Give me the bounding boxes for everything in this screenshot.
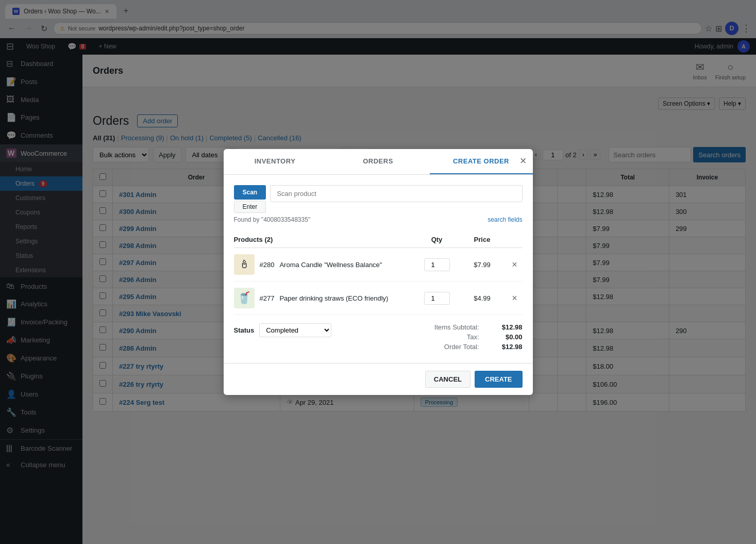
tab-orders[interactable]: ORDERS: [327, 149, 430, 174]
scan-buttons: Scan Enter: [234, 185, 266, 213]
status-label: Status: [234, 326, 255, 334]
product-thumbnail-2: 🥤: [234, 288, 255, 308]
scan-row: Scan Enter: [234, 185, 523, 213]
products-header-row: Products (2) Qty Price: [234, 232, 523, 248]
product-name-2: #277: [260, 294, 275, 302]
found-by-text: Found by "4008033548335": [234, 216, 311, 223]
modal-header: INVENTORY ORDERS CREATE ORDER ×: [224, 149, 533, 175]
product-row-2: 🥤 #277 Paper drinking straws (ECO friend…: [234, 282, 523, 315]
product-qty-cell-1: [416, 258, 458, 271]
product-qty-input-2[interactable]: [424, 292, 450, 305]
modal: INVENTORY ORDERS CREATE ORDER × Scan Ent…: [224, 149, 533, 395]
product-name-1: #280: [260, 261, 275, 269]
create-button[interactable]: CREATE: [475, 371, 522, 388]
subtotal-row: Items Subtotal: $12.98: [417, 323, 523, 331]
col-remove-header: [507, 236, 523, 243]
col-price-header: Price: [462, 236, 503, 243]
cancel-button[interactable]: CANCEL: [425, 371, 471, 388]
scan-product-input[interactable]: [270, 185, 522, 202]
status-section: Status Completed Pending payment Process…: [234, 323, 332, 337]
search-fields-link[interactable]: search fields: [488, 216, 522, 223]
modal-close-button[interactable]: ×: [520, 155, 527, 167]
remove-product-1-button[interactable]: ×: [507, 259, 523, 270]
product-qty-input-1[interactable]: [424, 258, 450, 271]
remove-product-2-button[interactable]: ×: [507, 293, 523, 304]
subtotal-value: $12.98: [492, 323, 523, 331]
modal-footer: CANCEL CREATE: [224, 363, 533, 395]
product-info-1: 🕯 #280 Aroma Candle "Wellness Balance": [234, 254, 412, 275]
scan-meta: Found by "4008033548335" search fields: [234, 216, 523, 223]
product-thumbnail-1: 🕯: [234, 254, 255, 275]
product-info-2: 🥤 #277 Paper drinking straws (ECO friend…: [234, 288, 412, 308]
subtotal-label: Items Subtotal:: [417, 323, 479, 331]
product-title-1: Aroma Candle "Wellness Balance": [279, 261, 382, 269]
modal-overlay: INVENTORY ORDERS CREATE ORDER × Scan Ent…: [0, 0, 756, 544]
order-total-value: $12.98: [492, 343, 523, 351]
tab-create-order[interactable]: CREATE ORDER: [430, 149, 533, 174]
tax-label: Tax:: [417, 333, 479, 341]
order-total-row: Order Total: $12.98: [417, 343, 523, 351]
tab-inventory[interactable]: INVENTORY: [224, 149, 327, 174]
col-product-header: Products (2): [234, 236, 412, 243]
totals-section: Items Subtotal: $12.98 Tax: $0.00 Order …: [417, 323, 523, 353]
product-price-1: $7.99: [462, 261, 503, 269]
status-dropdown[interactable]: Completed Pending payment Processing On …: [259, 323, 331, 337]
scan-button[interactable]: Scan: [234, 185, 266, 200]
product-row-1: 🕯 #280 Aroma Candle "Wellness Balance" $…: [234, 248, 523, 282]
tax-row: Tax: $0.00: [417, 333, 523, 341]
col-qty-header: Qty: [416, 236, 458, 243]
order-total-label: Order Total:: [417, 343, 479, 351]
status-totals-section: Status Completed Pending payment Process…: [234, 323, 523, 353]
product-qty-cell-2: [416, 292, 458, 305]
modal-body: Scan Enter Found by "4008033548335" sear…: [224, 175, 533, 363]
enter-button[interactable]: Enter: [234, 201, 266, 213]
product-title-2: Paper drinking straws (ECO friendly): [279, 294, 388, 302]
product-price-2: $4.99: [462, 294, 503, 302]
tax-value: $0.00: [492, 333, 523, 341]
